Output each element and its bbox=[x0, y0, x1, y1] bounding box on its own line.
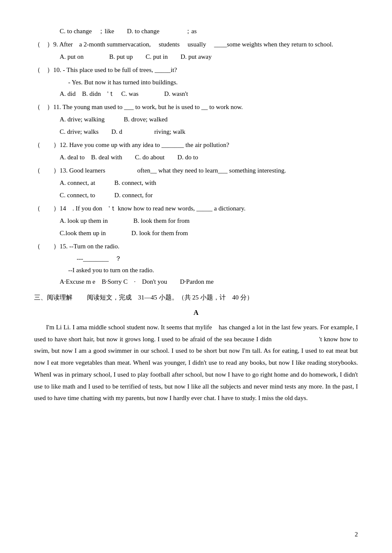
q15-options: A·Excuse m e B·Sorry C · Don't you D·Par… bbox=[34, 276, 358, 288]
q11-opt-ab: A. drive; walking B. drove; walked bbox=[60, 116, 167, 123]
q12-options: A. deal to B. deal with C. do about D. d… bbox=[34, 152, 358, 163]
q15-blank-line: ---________ ？ bbox=[34, 253, 358, 265]
q14-options-1: A. look up them in B. look them for from bbox=[34, 215, 358, 227]
q13-opt-cd: C. connect, to D. connect, for bbox=[60, 192, 153, 199]
q13-opt-ab: A. connect, at B. connect, with bbox=[60, 179, 156, 186]
q15-paren: （ ） bbox=[34, 241, 60, 252]
q10-subtext: - Yes. But now it has turned into buildi… bbox=[34, 77, 358, 88]
q9-line: （ ） 9. After a 2-month summervacation, s… bbox=[34, 39, 358, 50]
q15-option-text: A·Excuse m e B·Sorry C · Don't you D·Par… bbox=[60, 278, 213, 285]
q15-line: （ ） 15. --Turn on the radio. bbox=[34, 241, 358, 252]
question-13: （ ） 13. Good learners often__ what they … bbox=[34, 165, 358, 201]
reading-a-body: I'm Li Li. I ama middle school student n… bbox=[34, 322, 358, 404]
q12-line: （ ） 12. Have you come up with any idea t… bbox=[34, 139, 358, 151]
question-9: （ ） 9. After a 2-month summervacation, s… bbox=[34, 39, 358, 63]
q9-text: 9. After a 2-month summervacation, stude… bbox=[53, 39, 358, 50]
option-c-line: C. to change ；like D. to change ；as bbox=[34, 26, 358, 37]
q10-option-text: A. did B. didn 'ｔ C. was D. wasn't bbox=[60, 90, 188, 97]
q12-paren: （ ） bbox=[34, 139, 60, 151]
q9-paren: （ ） bbox=[34, 39, 53, 50]
q14-text: 14 . If you don 'ｔ know how to read new … bbox=[60, 203, 358, 214]
q12-option-text: A. deal to B. deal with C. do about D. d… bbox=[60, 154, 198, 161]
q11-opt-cd: C. drive; walks D. d riving; walk bbox=[60, 128, 185, 135]
q13-options-1: A. connect, at B. connect, with bbox=[34, 177, 358, 189]
q13-paren: （ ） bbox=[34, 165, 60, 176]
q14-paren: （ ） bbox=[34, 203, 60, 214]
page-number-text: 2 bbox=[355, 531, 358, 538]
q11-paren: （ ） bbox=[34, 101, 53, 113]
q15-text: 15. --Turn on the radio. bbox=[60, 241, 358, 252]
section-3-header: 三、阅读理解 阅读短文，完成 31—45 小题。（共 25 小题，计 40 分） bbox=[34, 292, 358, 303]
q15-response: --I asked you to turn on the radio. bbox=[34, 265, 358, 276]
q10-paren: （ ） bbox=[34, 64, 53, 76]
q14-line: （ ） 14 . If you don 'ｔ know how to read … bbox=[34, 203, 358, 214]
page-number: 2 bbox=[355, 529, 358, 540]
q12-text: 12. Have you come up with any idea to __… bbox=[60, 139, 358, 151]
question-12: （ ） 12. Have you come up with any idea t… bbox=[34, 139, 358, 163]
option-c-text: C. to change ；like D. to change ；as bbox=[60, 28, 197, 35]
main-content: C. to change ；like D. to change ；as （ ） … bbox=[34, 26, 358, 404]
section-3-label: 三、阅读理解 bbox=[34, 294, 72, 301]
q9-option-text: A. put on B. put up C. put in D. put awa… bbox=[60, 53, 212, 60]
reading-a-title: A bbox=[34, 307, 358, 319]
q13-options-2: C. connect, to D. connect, for bbox=[34, 190, 358, 201]
q11-options-1: A. drive; walking B. drove; walked bbox=[34, 114, 358, 125]
q11-text: 11. The young man used to ___ to work, b… bbox=[53, 101, 358, 113]
q11-line: （ ） 11. The young man used to ___ to wor… bbox=[34, 101, 358, 113]
reading-a-title-text: A bbox=[193, 309, 199, 316]
question-14: （ ） 14 . If you don 'ｔ know how to read … bbox=[34, 203, 358, 239]
q10-options: A. did B. didn 'ｔ C. was D. wasn't bbox=[34, 88, 358, 100]
question-11: （ ） 11. The young man used to ___ to wor… bbox=[34, 101, 358, 138]
q-c-continuation: C. to change ；like D. to change ；as bbox=[34, 26, 358, 37]
q15-response-text: --I asked you to turn on the radio. bbox=[68, 267, 154, 274]
q9-options: A. put on B. put up C. put in D. put awa… bbox=[34, 51, 358, 63]
question-15: （ ） 15. --Turn on the radio. ---________… bbox=[34, 241, 358, 288]
q14-opt-cd: C.look them up in D. look for them from bbox=[60, 230, 188, 236]
q10-text: 10. - This place used to be full of tree… bbox=[53, 64, 358, 76]
q10-line: （ ） 10. - This place used to be full of … bbox=[34, 64, 358, 76]
q11-options-2: C. drive; walks D. d riving; walk bbox=[34, 126, 358, 138]
q10-subtext-span: - Yes. But now it has turned into buildi… bbox=[68, 79, 178, 86]
q14-opt-ab: A. look up them in B. look them for from bbox=[60, 217, 190, 224]
q15-blank: ---________ ？ bbox=[77, 255, 121, 262]
q14-options-2: C.look them up in D. look for them from bbox=[34, 228, 358, 239]
question-10: （ ） 10. - This place used to be full of … bbox=[34, 64, 358, 100]
q13-text: 13. Good learners often__ what they need… bbox=[60, 165, 358, 176]
q13-line: （ ） 13. Good learners often__ what they … bbox=[34, 165, 358, 176]
reading-a-paragraph: I'm Li Li. I ama middle school student n… bbox=[34, 322, 358, 404]
section-3-instruction: 阅读短文，完成 31—45 小题。（共 25 小题，计 40 分） bbox=[74, 294, 253, 301]
